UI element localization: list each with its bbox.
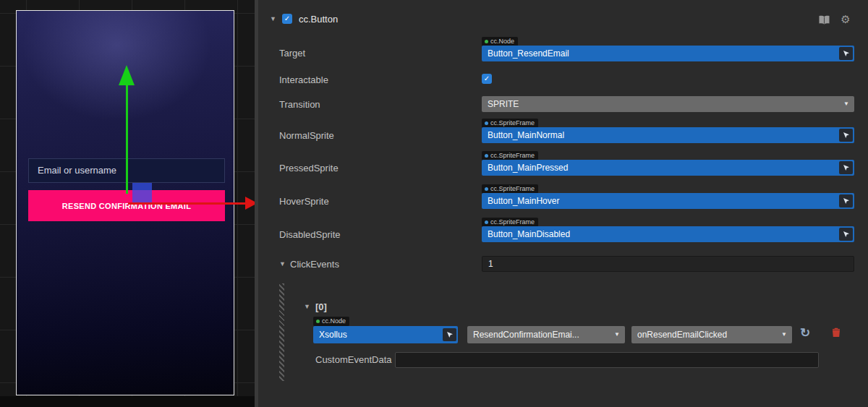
chevron-down-icon: ▼ [614, 326, 620, 343]
node-picker-icon[interactable] [443, 328, 456, 341]
help-docs-icon[interactable] [817, 14, 830, 25]
transition-label: Transition [279, 99, 320, 110]
disabled-sprite-label: DisabledSprite [279, 229, 341, 240]
component-title: cc.Button [299, 14, 338, 25]
hover-sprite-label: HoverSprite [279, 196, 329, 207]
pressed-sprite-label: PressedSprite [279, 163, 339, 173]
component-enabled-checkbox[interactable]: ✓ [282, 14, 292, 24]
interactable-label: Interactable [279, 74, 328, 85]
event-node-type-tag: cc.Node [313, 317, 349, 326]
normal-sprite-label: NormalSprite [279, 130, 334, 141]
transition-dropdown[interactable]: SPRITE ▼ [482, 96, 854, 112]
spriteframe-picker-icon[interactable] [839, 194, 853, 207]
spriteframe-type-dot-icon [485, 154, 488, 158]
hover-sprite-field[interactable]: Button_MainHover [482, 193, 854, 209]
gear-icon[interactable]: ⚙ [839, 14, 852, 25]
spriteframe-picker-icon[interactable] [839, 129, 853, 142]
click-event-0-panel: ▼ [0] cc.Node Xsollus ResendConfirmation… [279, 283, 859, 381]
custom-event-data-label: CustomEventData [315, 354, 392, 365]
click-events-label: ClickEvents [290, 259, 339, 270]
gizmo-xy-plane-handle[interactable] [132, 183, 152, 203]
normal-sprite-field[interactable]: Button_MainNormal [482, 127, 854, 143]
spriteframe-picker-icon[interactable] [839, 228, 853, 241]
node-type-dot-icon [485, 40, 488, 43]
spriteframe-type-dot-icon [485, 187, 488, 191]
interactable-checkbox[interactable]: ✓ [482, 74, 492, 84]
inspector-panel: ▼ ✓ cc.Button ⚙ Target cc.Node Button_Re… [258, 0, 868, 407]
node-picker-icon[interactable] [839, 47, 853, 60]
click-events-count-field[interactable]: 1 [482, 256, 854, 272]
move-gizmo [0, 0, 258, 407]
disabled-sprite-field[interactable]: Button_MainDisabled [482, 226, 854, 242]
gizmo-y-axis-arrow-icon[interactable] [119, 65, 135, 85]
target-node-field[interactable]: Button_ResendEmail [482, 46, 854, 61]
gizmo-x-axis-line[interactable] [128, 202, 247, 205]
event-0-collapse-icon[interactable]: ▼ [304, 303, 310, 310]
scene-view[interactable]: Email or username RESEND CONFIRMATION EM… [0, 0, 258, 407]
refresh-icon[interactable]: ↻ [800, 325, 810, 340]
gizmo-y-axis-line[interactable] [126, 84, 128, 194]
pressed-sprite-field[interactable]: Button_MainPressed [482, 160, 854, 176]
click-events-collapse-icon[interactable]: ▼ [279, 260, 286, 267]
event-0-index-label: [0] [315, 301, 327, 312]
event-handler-dropdown[interactable]: onResendEmailClicked ▼ [631, 326, 792, 343]
event-node-field[interactable]: Xsollus [313, 326, 458, 343]
node-type-dot-icon [316, 320, 320, 323]
chevron-down-icon: ▼ [781, 326, 787, 343]
event-component-dropdown[interactable]: ResendConfirmationEmai... ▼ [467, 326, 625, 343]
spriteframe-picker-icon[interactable] [839, 161, 853, 174]
target-label: Target [279, 48, 305, 59]
component-collapse-icon[interactable]: ▼ [270, 15, 276, 22]
delete-event-icon[interactable] [832, 327, 841, 340]
spriteframe-type-dot-icon [485, 220, 488, 224]
subpanel-hatch-border [279, 283, 284, 381]
custom-event-data-field[interactable] [395, 352, 819, 368]
chevron-down-icon: ▼ [843, 96, 849, 112]
spriteframe-type-dot-icon [485, 121, 488, 125]
